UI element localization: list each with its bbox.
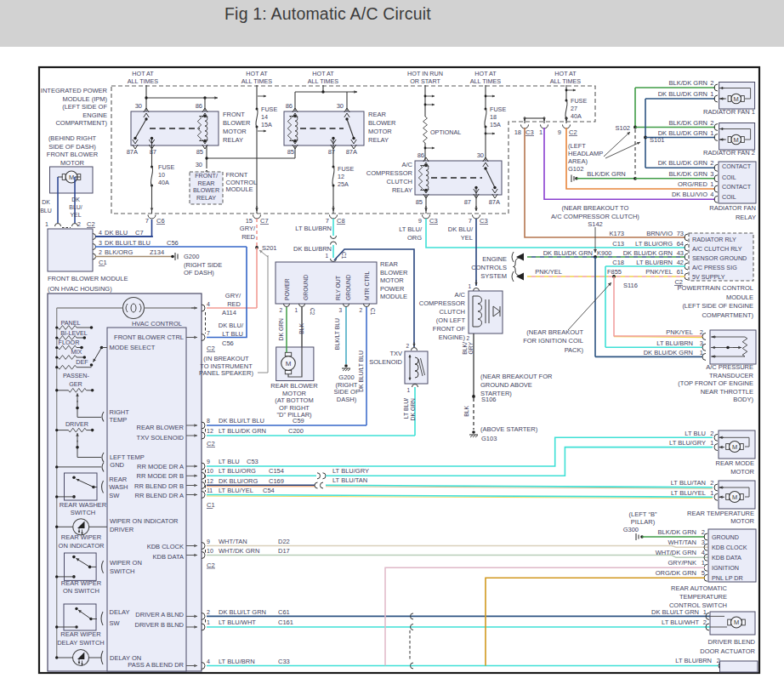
svg-text:CONTACT: CONTACT [722, 183, 752, 191]
svg-text:RR BLEND DR B: RR BLEND DR B [134, 482, 184, 490]
svg-text:DK BLU/DK GRN: DK BLU/DK GRN [543, 249, 593, 257]
svg-text:M: M [734, 618, 739, 626]
svg-text:ENGINE): ENGINE) [439, 333, 466, 341]
svg-text:MOTOR: MOTOR [730, 517, 754, 525]
svg-text:DRIVER: DRIVER [110, 526, 134, 533]
svg-text:REAR: REAR [109, 476, 127, 483]
svg-text:FLOOR: FLOOR [59, 339, 80, 346]
svg-text:WIPER ON INDICATOR: WIPER ON INDICATOR [110, 517, 179, 525]
svg-text:PNK/YEL: PNK/YEL [535, 268, 562, 276]
svg-text:REAR BLOWER: REAR BLOWER [137, 424, 185, 431]
svg-text:HOT AT: HOT AT [474, 70, 497, 77]
svg-text:DRIVER B BLND: DRIVER B BLND [134, 621, 184, 629]
svg-text:DK BLU/DK GRN: DK BLU/DK GRN [658, 90, 707, 98]
svg-text:30: 30 [135, 102, 142, 110]
svg-text:C1: C1 [207, 501, 215, 509]
svg-text:DRIVER A BLND: DRIVER A BLND [135, 611, 184, 618]
svg-text:REAR TEMPERATURE: REAR TEMPERATURE [687, 510, 754, 517]
svg-text:ALL TIMES: ALL TIMES [550, 77, 582, 85]
svg-text:KDB DATA: KDB DATA [712, 554, 741, 561]
svg-text:1: 1 [207, 619, 210, 625]
svg-text:87: 87 [150, 148, 156, 156]
svg-text:(ON HVAC HOUSING): (ON HVAC HOUSING) [48, 285, 112, 293]
svg-text:(NEAR BREAKOUT TO: (NEAR BREAKOUT TO [562, 204, 629, 212]
svg-text:(BEHIND RIGHT: (BEHIND RIGHT [48, 134, 97, 142]
svg-text:DK BLU/: DK BLU/ [448, 225, 474, 233]
svg-text:4: 4 [710, 191, 713, 198]
svg-text:ENGINE: ENGINE [82, 111, 107, 119]
svg-text:MODE SELECT: MODE SELECT [110, 344, 156, 351]
svg-text:LEFT TEMP: LEFT TEMP [110, 453, 145, 461]
svg-text:FRONT: FRONT [226, 171, 248, 179]
svg-text:BLU: BLU [40, 208, 52, 214]
svg-text:POWER: POWER [284, 278, 290, 300]
svg-text:RELAY: RELAY [196, 194, 216, 202]
svg-text:PILLAR): PILLAR) [631, 518, 656, 526]
svg-text:LT BLU/YEL: LT BLU/YEL [671, 489, 706, 497]
svg-text:15A: 15A [261, 121, 272, 128]
svg-text:Z134: Z134 [150, 248, 164, 256]
svg-text:14: 14 [261, 113, 268, 121]
svg-text:FOR IGNITION COIL: FOR IGNITION COIL [523, 337, 583, 345]
svg-text:D22: D22 [278, 538, 290, 545]
svg-text:S201: S201 [262, 244, 277, 252]
svg-text:FRONT BLOWER: FRONT BLOWER [47, 151, 99, 158]
svg-text:C2: C2 [207, 561, 215, 569]
svg-text:PASSEN-: PASSEN- [63, 372, 90, 379]
svg-text:1: 1 [45, 221, 48, 227]
svg-text:G200: G200 [184, 253, 199, 260]
svg-text:BLK/DK GRN: BLK/DK GRN [587, 170, 625, 178]
svg-text:MTR CTRL: MTR CTRL [364, 271, 370, 300]
svg-text:M: M [286, 360, 292, 368]
svg-text:DK BLU/LT BLU: DK BLU/LT BLU [219, 417, 264, 425]
svg-text:25A: 25A [338, 180, 349, 188]
svg-text:LT BLU: LT BLU [219, 458, 240, 465]
svg-text:ALL TIMES: ALL TIMES [308, 77, 339, 85]
svg-text:10: 10 [207, 548, 213, 554]
svg-text:PANEL: PANEL [60, 319, 80, 327]
svg-text:DEF: DEF [76, 358, 88, 366]
svg-text:FUSE: FUSE [261, 105, 277, 113]
svg-text:K900: K900 [597, 249, 612, 257]
svg-text:POWER: POWER [380, 285, 405, 293]
svg-text:87A: 87A [489, 198, 500, 206]
svg-text:D17: D17 [278, 547, 290, 555]
svg-text:FRONT BLOWER CTRL: FRONT BLOWER CTRL [114, 333, 184, 341]
svg-text:85: 85 [196, 148, 203, 156]
svg-text:DOOR ACTUATOR: DOOR ACTUATOR [700, 647, 755, 655]
svg-text:A/C CLUTCH RLY: A/C CLUTCH RLY [692, 245, 742, 253]
svg-text:9: 9 [418, 217, 422, 225]
svg-text:S102: S102 [615, 124, 630, 132]
svg-text:8: 8 [207, 418, 210, 424]
svg-text:C54: C54 [263, 487, 275, 494]
svg-text:REAR WIPER: REAR WIPER [61, 579, 102, 587]
svg-text:GRY/: GRY/ [240, 225, 256, 232]
svg-text:BRN/VIO: BRN/VIO [646, 230, 673, 237]
svg-text:C18: C18 [612, 259, 624, 266]
svg-text:1: 1 [325, 253, 328, 259]
svg-text:MOTOR: MOTOR [60, 159, 84, 167]
svg-text:WHT/TAN: WHT/TAN [668, 539, 696, 546]
svg-text:ORG/RED: ORG/RED [678, 180, 708, 188]
svg-text:(LEFT “B”: (LEFT “B” [629, 510, 657, 518]
svg-text:MOTOR: MOTOR [380, 276, 404, 284]
svg-text:GROUND ABOVE: GROUND ABOVE [480, 381, 532, 389]
svg-text:HEADLAMP: HEADLAMP [568, 150, 603, 157]
svg-text:YEL: YEL [461, 234, 473, 242]
svg-text:GRY: GRY [468, 342, 474, 355]
svg-text:F855: F855 [607, 268, 622, 276]
svg-text:C2: C2 [207, 440, 215, 447]
svg-text:40A: 40A [158, 179, 169, 186]
svg-text:DELAY: DELAY [110, 608, 130, 616]
svg-text:LT BLU: LT BLU [685, 430, 706, 437]
svg-text:SENSOR GROUND: SENSOR GROUND [692, 254, 747, 262]
svg-text:BLK/LT BLU: BLK/LT BLU [334, 318, 340, 350]
svg-text:MODULE: MODULE [726, 294, 753, 301]
svg-text:61: 61 [677, 268, 684, 276]
svg-text:2: 2 [710, 430, 713, 437]
svg-text:MOTOR: MOTOR [730, 468, 754, 476]
svg-text:REAR: REAR [380, 260, 398, 268]
svg-text:18: 18 [514, 128, 521, 136]
svg-text:GROUND: GROUND [303, 275, 309, 300]
svg-text:2: 2 [279, 307, 282, 313]
